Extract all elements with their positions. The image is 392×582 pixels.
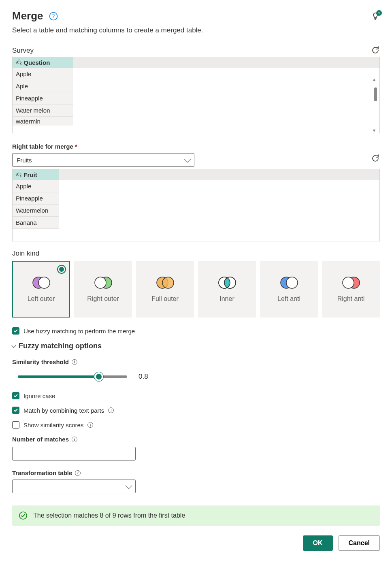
refresh-icon[interactable] (371, 46, 380, 55)
svg-point-15 (286, 277, 298, 288)
venn-left-anti-icon (279, 276, 299, 290)
checkmark-icon (13, 393, 18, 398)
combine-text-label: Match by combining text parts (23, 407, 104, 414)
success-icon (19, 511, 28, 520)
join-card-label: Full outer (151, 295, 179, 303)
scroll-thumb[interactable] (374, 87, 377, 101)
svg-point-17 (343, 277, 354, 288)
info-icon[interactable]: i (72, 359, 77, 365)
venn-inner-icon (217, 276, 237, 290)
join-full-outer[interactable]: Full outer (136, 261, 194, 318)
fuzzy-matching-checkbox[interactable] (12, 327, 19, 335)
show-scores-label: Show similarity scores (23, 422, 83, 429)
right-table-section-label: Right table for merge * (12, 143, 380, 150)
similarity-threshold-label: Similarity threshold i (12, 358, 380, 365)
similarity-value: 0.8 (138, 373, 148, 381)
svg-text:?: ? (52, 13, 54, 19)
column-header-fruit[interactable]: ABC Fruit (13, 169, 59, 180)
accordion-label: Fuzzy matching options (19, 342, 102, 350)
venn-right-anti-icon (341, 276, 361, 290)
checkmark-icon (13, 328, 18, 333)
transform-table-dropdown[interactable] (12, 480, 136, 493)
right-table[interactable]: ABC Fruit Apple Pineapple Watermelon Ban… (12, 169, 380, 241)
join-kind-label: Join kind (12, 249, 380, 258)
transform-table-label: Transformation table i (12, 469, 380, 476)
fuzzy-options-accordion[interactable]: Fuzzy matching options (12, 342, 380, 350)
table-row[interactable]: Apple (13, 180, 59, 192)
num-matches-label: Number of matches i (12, 436, 380, 443)
cancel-button[interactable]: Cancel (339, 535, 380, 551)
svg-point-5 (95, 277, 106, 288)
join-card-label: Left outer (28, 295, 55, 303)
join-left-anti[interactable]: Left anti (260, 261, 318, 318)
text-type-icon: ABC (16, 171, 22, 178)
status-text: The selection matches 8 of 9 rows from t… (33, 512, 185, 519)
svg-point-18 (19, 512, 27, 519)
text-type-icon: ABC (16, 59, 22, 66)
chevron-down-icon (126, 482, 132, 489)
scrollbar[interactable]: ▲▼ (371, 77, 377, 133)
slider-thumb[interactable] (94, 372, 103, 381)
table-row[interactable]: watermln (13, 117, 73, 126)
subtitle: Select a table and matching columns to c… (12, 26, 380, 34)
table-row[interactable]: Pineapple (13, 92, 73, 104)
join-kind-selector: Left outer Right outer Full outer Inner … (12, 261, 380, 318)
table-row[interactable]: Watermelon (13, 205, 59, 217)
similarity-slider[interactable] (18, 375, 127, 378)
right-table-dropdown[interactable]: Fruits (12, 153, 194, 167)
radio-selected-icon (57, 265, 66, 274)
tips-badge: 1 (376, 10, 382, 16)
dropdown-value: Fruits (17, 157, 32, 164)
column-header-question[interactable]: ABC Question (13, 57, 73, 68)
table-row[interactable]: Banana (13, 217, 59, 229)
venn-full-outer-icon (155, 276, 175, 290)
join-right-outer[interactable]: Right outer (74, 261, 132, 318)
table-row[interactable]: Aple (13, 80, 73, 92)
join-left-outer[interactable]: Left outer (12, 261, 70, 318)
checkmark-icon (13, 408, 18, 413)
combine-text-checkbox[interactable] (12, 407, 19, 414)
join-card-label: Right anti (337, 295, 365, 303)
table-row[interactable]: Apple (13, 68, 73, 80)
join-card-label: Left anti (277, 295, 300, 303)
column-header-label: Fruit (23, 171, 37, 178)
fuzzy-matching-label: Use fuzzy matching to perform the merge (23, 328, 135, 335)
table-row[interactable]: Pineapple (13, 192, 59, 205)
chevron-down-icon (11, 343, 16, 347)
lightbulb-icon[interactable]: 1 (371, 12, 380, 21)
num-matches-input[interactable] (12, 447, 136, 460)
info-icon[interactable]: i (108, 407, 114, 413)
left-table[interactable]: ABC Question Apple Aple Pineapple Water … (12, 57, 380, 133)
page-title: Merge (12, 10, 43, 22)
left-table-label: Survey (12, 47, 34, 55)
join-card-label: Right outer (87, 295, 119, 303)
info-icon[interactable]: i (72, 437, 77, 442)
svg-point-7 (162, 277, 174, 288)
chevron-down-icon (184, 156, 191, 163)
join-inner[interactable]: Inner (198, 261, 256, 318)
info-icon[interactable]: i (75, 470, 81, 476)
refresh-icon[interactable] (371, 154, 380, 163)
info-icon[interactable]: i (87, 422, 93, 428)
join-right-anti[interactable]: Right anti (322, 261, 380, 318)
venn-right-outer-icon (93, 276, 113, 290)
help-icon[interactable]: ? (49, 12, 58, 21)
column-header-label: Question (23, 59, 50, 66)
ignore-case-checkbox[interactable] (12, 392, 19, 399)
status-bar: The selection matches 8 of 9 rows from t… (12, 505, 380, 526)
join-card-label: Inner (219, 295, 234, 303)
show-scores-checkbox[interactable] (12, 421, 19, 429)
table-row[interactable]: Water melon (13, 104, 73, 117)
ok-button[interactable]: OK (303, 535, 333, 551)
svg-point-3 (38, 277, 50, 288)
ignore-case-label: Ignore case (23, 392, 55, 399)
venn-left-outer-icon (31, 276, 51, 290)
